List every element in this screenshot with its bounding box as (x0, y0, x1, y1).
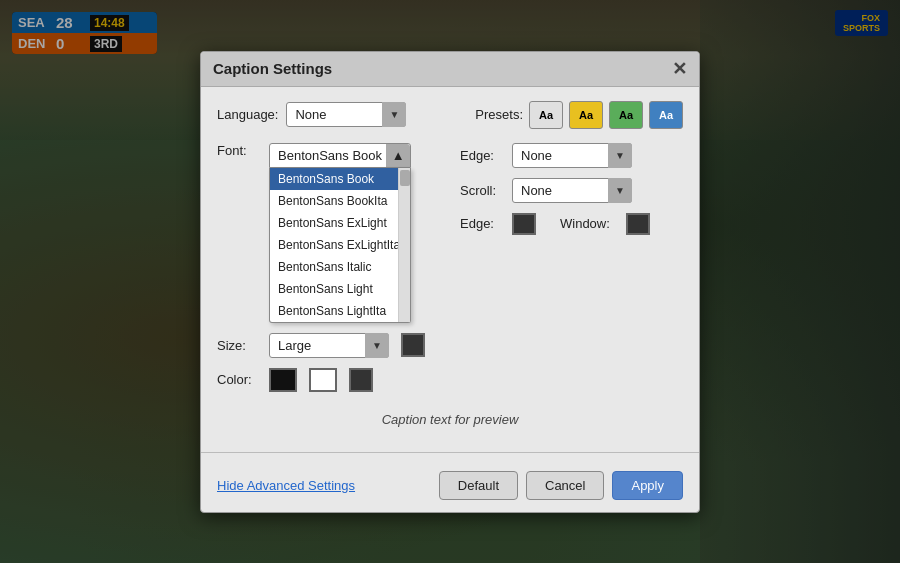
default-button[interactable]: Default (439, 471, 518, 500)
edge-bottom-label: Edge: (460, 216, 504, 231)
edge-window-row: Edge: Window: (460, 213, 683, 235)
preset-button-yellow[interactable]: Aa (569, 101, 603, 129)
language-select-wrapper: None English Spanish French ▼ (286, 102, 406, 127)
preset-button-green[interactable]: Aa (609, 101, 643, 129)
size-color-swatch[interactable] (401, 333, 425, 357)
dialog-titlebar: Caption Settings ✕ (201, 52, 699, 87)
edge-checkbox[interactable] (512, 213, 536, 235)
hide-advanced-button[interactable]: Hide Advanced Settings (217, 478, 355, 493)
language-section: Language: None English Spanish French ▼ (217, 102, 406, 127)
preview-text: Caption text for preview (382, 412, 519, 427)
cancel-button[interactable]: Cancel (526, 471, 604, 500)
font-list: BentonSans Book BentonSans BookIta Bento… (269, 168, 411, 323)
font-label: Font: (217, 143, 261, 158)
scroll-row: Scroll: None Roll-up 2 Roll-up 3 Roll-up… (460, 178, 683, 203)
settings-right: Edge: None Raised Depressed Uniform Drop… (460, 143, 683, 402)
size-row: Size: Small Medium Large ▼ (217, 333, 440, 358)
settings-grid: Font: BentonSans Book ▲ BentonSans Book (217, 143, 683, 402)
font-option-6[interactable]: BentonSans LightIta (270, 300, 410, 322)
font-option-3[interactable]: BentonSans ExLightIta (270, 234, 410, 256)
font-option-0[interactable]: BentonSans Book (270, 168, 410, 190)
scroll-select[interactable]: None Roll-up 2 Roll-up 3 Roll-up 4 Pop-o… (512, 178, 632, 203)
caption-settings-dialog: Caption Settings ✕ Language: None Englis… (200, 51, 700, 513)
language-label: Language: (217, 107, 278, 122)
color-row: Color: (217, 368, 440, 392)
font-option-2[interactable]: BentonSans ExLight (270, 212, 410, 234)
color-swatch[interactable] (269, 368, 297, 392)
font-dropdown: BentonSans Book ▲ BentonSans Book Benton… (269, 143, 411, 323)
button-group: Default Cancel Apply (439, 471, 683, 500)
language-select[interactable]: None English Spanish French (286, 102, 406, 127)
modal-overlay: Caption Settings ✕ Language: None Englis… (0, 0, 900, 563)
color-extra-swatch[interactable] (349, 368, 373, 392)
font-selected-value: BentonSans Book (278, 148, 382, 163)
scroll-label: Scroll: (460, 183, 504, 198)
edge-select-wrapper: None Raised Depressed Uniform Drop Shado… (512, 143, 632, 168)
size-select[interactable]: Small Medium Large (269, 333, 389, 358)
color-label: Color: (217, 372, 261, 387)
size-label: Size: (217, 338, 261, 353)
edge-label: Edge: (460, 148, 504, 163)
dialog-body: Language: None English Spanish French ▼ … (201, 87, 699, 442)
scrollbar-thumb (400, 170, 410, 186)
scroll-select-wrapper: None Roll-up 2 Roll-up 3 Roll-up 4 Pop-o… (512, 178, 632, 203)
size-select-wrapper: Small Medium Large ▼ (269, 333, 389, 358)
presets-section: Presets: Aa Aa Aa Aa (475, 101, 683, 129)
font-arrow: ▲ (386, 144, 410, 167)
font-option-5[interactable]: BentonSans Light (270, 278, 410, 300)
settings-left: Font: BentonSans Book ▲ BentonSans Book (217, 143, 440, 402)
language-presets-row: Language: None English Spanish French ▼ … (217, 101, 683, 129)
font-select-header[interactable]: BentonSans Book ▲ (269, 143, 411, 168)
dialog-title: Caption Settings (213, 60, 332, 77)
font-option-1[interactable]: BentonSans BookIta (270, 190, 410, 212)
bottom-row: Hide Advanced Settings Default Cancel Ap… (201, 463, 699, 512)
preview-area: Caption text for preview (217, 410, 683, 428)
font-option-4[interactable]: BentonSans Italic (270, 256, 410, 278)
font-row: Font: BentonSans Book ▲ BentonSans Book (217, 143, 440, 323)
window-label: Window: (560, 216, 610, 231)
presets-label: Presets: (475, 107, 523, 122)
color-opacity-swatch[interactable] (309, 368, 337, 392)
close-button[interactable]: ✕ (672, 60, 687, 78)
window-checkbox[interactable] (626, 213, 650, 235)
apply-button[interactable]: Apply (612, 471, 683, 500)
divider (201, 452, 699, 453)
font-list-scrollbar[interactable] (398, 168, 410, 322)
preset-button-blue[interactable]: Aa (649, 101, 683, 129)
edge-row: Edge: None Raised Depressed Uniform Drop… (460, 143, 683, 168)
preset-button-white[interactable]: Aa (529, 101, 563, 129)
edge-select[interactable]: None Raised Depressed Uniform Drop Shado… (512, 143, 632, 168)
